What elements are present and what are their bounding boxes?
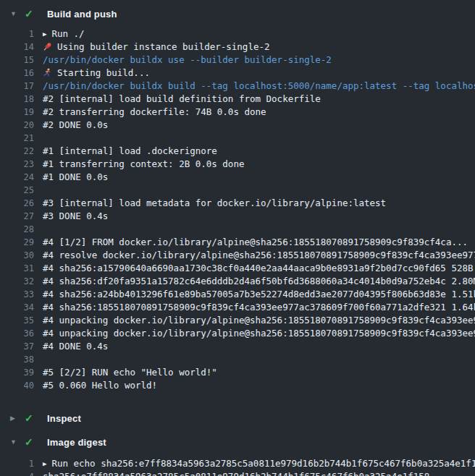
- log-line: 28: [0, 223, 475, 236]
- log-line: 37#4 DONE 0.4s: [0, 340, 475, 353]
- log-line: 19#2 transferring dockerfile: 74B 0.0s d…: [0, 106, 475, 119]
- line-text: #3 [internal] load metadata for docker.i…: [43, 197, 386, 210]
- section-title: Inspect: [47, 413, 81, 424]
- line-number[interactable]: 20: [0, 119, 34, 132]
- log-line: 26#3 [internal] load metadata for docker…: [0, 197, 475, 210]
- section-log: 1▶Run ./14Using builder instance builder…: [0, 27, 475, 392]
- section-title: Build and push: [47, 9, 117, 20]
- log-line: 25: [0, 184, 475, 197]
- runner-icon: [43, 68, 52, 77]
- line-number[interactable]: 32: [0, 275, 34, 288]
- line-number[interactable]: 15: [0, 54, 34, 67]
- log-line: 35#4 unpacking docker.io/library/alpine@…: [0, 314, 475, 327]
- line-text: #4 unpacking docker.io/library/alpine@sh…: [43, 314, 475, 327]
- line-number[interactable]: 14: [0, 41, 34, 54]
- line-number[interactable]: 39: [0, 366, 34, 379]
- log-line: 38: [0, 353, 475, 366]
- log-line: 14Using builder instance builder-single-…: [0, 41, 475, 54]
- section-header[interactable]: ▼ ✓ Build and push: [0, 6, 475, 22]
- log-line: 4sha256:e7ff8834a5963a2785c5a0811e979d16…: [0, 470, 475, 476]
- section-header[interactable]: ▼ ✓ Image digest: [0, 434, 475, 450]
- line-text: sha256:e7ff8834a5963a2785c5a0811e979d16b…: [43, 470, 429, 476]
- log-line: 22#1 [internal] load .dockerignore: [0, 145, 475, 158]
- line-number[interactable]: 18: [0, 93, 34, 106]
- log-line: 33#4 sha256:a24bb4013296f61e89ba57005a7b…: [0, 288, 475, 301]
- section-inspect: ▶ ✓ Inspect: [0, 410, 475, 426]
- line-number[interactable]: 35: [0, 314, 34, 327]
- line-text: /usr/bin/docker buildx build --tag local…: [43, 80, 475, 93]
- chevron-down-icon[interactable]: ▼: [10, 6, 25, 22]
- line-number[interactable]: 40: [0, 379, 34, 392]
- section-header[interactable]: ▶ ✓ Inspect: [0, 410, 475, 426]
- line-number[interactable]: 31: [0, 262, 34, 275]
- section-title: Image digest: [47, 437, 106, 448]
- log-line: 32#4 sha256:df20fa9351a15782c64e6dddb2d4…: [0, 275, 475, 288]
- log-line: 39#5 [2/2] RUN echo "Hello world!": [0, 366, 475, 379]
- log-viewer: ▼ ✓ Build and push 1▶Run ./14Using build…: [0, 0, 475, 476]
- log-line: 40#5 0.060 Hello world!: [0, 379, 475, 392]
- log-line: 36#4 unpacking docker.io/library/alpine@…: [0, 327, 475, 340]
- line-number[interactable]: 17: [0, 80, 34, 93]
- pin-icon: [43, 42, 52, 51]
- line-text: ▶Run ./: [43, 27, 85, 41]
- line-number[interactable]: 21: [0, 132, 34, 145]
- line-number[interactable]: 29: [0, 236, 34, 249]
- line-number[interactable]: 4: [0, 470, 34, 476]
- log-line: 29#4 [1/2] FROM docker.io/library/alpine…: [0, 236, 475, 249]
- line-text: #1 DONE 0.0s: [43, 171, 108, 184]
- line-number[interactable]: 37: [0, 340, 34, 353]
- line-number[interactable]: 23: [0, 158, 34, 171]
- line-number[interactable]: 22: [0, 145, 34, 158]
- log-line: 27#3 DONE 0.4s: [0, 210, 475, 223]
- check-icon: ✓: [25, 434, 41, 450]
- log-line: 21: [0, 132, 475, 145]
- log-line: 1▶Run ./: [0, 27, 475, 41]
- line-number[interactable]: 36: [0, 327, 34, 340]
- log-line: 17/usr/bin/docker buildx build --tag loc…: [0, 80, 475, 93]
- log-line: 1▶Run echo sha256:e7ff8834a5963a2785c5a0…: [0, 457, 475, 470]
- line-text: #2 transferring dockerfile: 74B 0.0s don…: [43, 106, 266, 119]
- run-expand-icon[interactable]: ▶: [43, 457, 46, 470]
- line-text: #4 sha256:a15790640a6690aa1730c38cf0a440…: [43, 262, 475, 275]
- line-number[interactable]: 1: [0, 27, 34, 41]
- line-text: #3 DONE 0.4s: [43, 210, 108, 223]
- log-line: 16Starting build...: [0, 67, 475, 80]
- line-text: #4 resolve docker.io/library/alpine@sha2…: [43, 249, 475, 262]
- log-line: 24#1 DONE 0.0s: [0, 171, 475, 184]
- line-text: #2 DONE 0.0s: [43, 119, 108, 132]
- log-line: 18#2 [internal] load build definition fr…: [0, 93, 475, 106]
- line-text: #4 sha256:a24bb4013296f61e89ba57005a7b3e…: [43, 288, 475, 301]
- check-icon: ✓: [25, 6, 41, 22]
- line-number[interactable]: 16: [0, 67, 34, 80]
- line-text: #4 sha256:df20fa9351a15782c64e6dddb2d4a6…: [43, 275, 475, 288]
- run-expand-icon[interactable]: ▶: [43, 27, 46, 41]
- line-number[interactable]: 27: [0, 210, 34, 223]
- line-text: #4 unpacking docker.io/library/alpine@sh…: [43, 327, 475, 340]
- line-text: Using builder instance builder-single-2: [43, 41, 270, 54]
- log-line: 23#1 transferring context: 2B 0.0s done: [0, 158, 475, 171]
- line-number[interactable]: 25: [0, 184, 34, 197]
- log-line: 31#4 sha256:a15790640a6690aa1730c38cf0a4…: [0, 262, 475, 275]
- line-text: /usr/bin/docker buildx use --builder bui…: [43, 54, 332, 67]
- line-number[interactable]: 19: [0, 106, 34, 119]
- chevron-down-icon[interactable]: ▼: [10, 434, 25, 450]
- section-log: 1▶Run echo sha256:e7ff8834a5963a2785c5a0…: [0, 457, 475, 476]
- line-text: #1 [internal] load .dockerignore: [43, 145, 217, 158]
- line-text: #5 [2/2] RUN echo "Hello world!": [43, 366, 217, 379]
- line-number[interactable]: 30: [0, 249, 34, 262]
- line-number[interactable]: 28: [0, 223, 34, 236]
- line-text: #4 [1/2] FROM docker.io/library/alpine@s…: [43, 236, 468, 249]
- line-number[interactable]: 26: [0, 197, 34, 210]
- line-number[interactable]: 33: [0, 288, 34, 301]
- line-number[interactable]: 24: [0, 171, 34, 184]
- line-number[interactable]: 34: [0, 301, 34, 314]
- line-text: #4 DONE 0.4s: [43, 340, 108, 353]
- section-image-digest: ▼ ✓ Image digest 1▶Run echo sha256:e7ff8…: [0, 434, 475, 476]
- line-number[interactable]: 1: [0, 457, 34, 470]
- check-icon: ✓: [25, 410, 41, 426]
- chevron-right-icon[interactable]: ▶: [10, 410, 25, 426]
- line-text: Starting build...: [43, 67, 150, 80]
- line-number[interactable]: 38: [0, 353, 34, 366]
- line-text: #1 transferring context: 2B 0.0s done: [43, 158, 244, 171]
- log-line: 30#4 resolve docker.io/library/alpine@sh…: [0, 249, 475, 262]
